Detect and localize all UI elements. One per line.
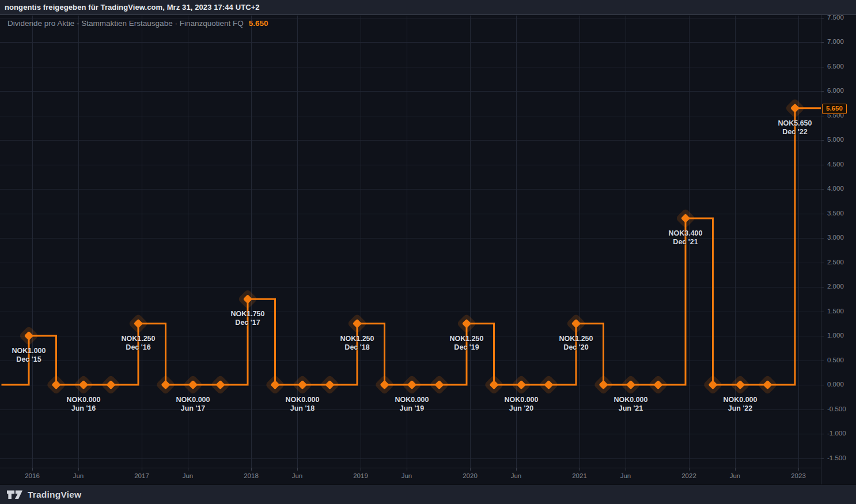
time-axis[interactable]: 2016Jun2017Jun2018Jun2019Jun2020Jun2021J…: [0, 468, 821, 484]
price-tick-label: -1.000: [827, 430, 846, 437]
price-tick-label: 0.500: [827, 357, 844, 363]
time-tick-label: Jun: [61, 472, 96, 479]
time-tick-label: 2021: [562, 472, 597, 479]
watermark-bar: nongentis freigegeben für TradingView.co…: [0, 0, 856, 15]
price-tick-label: 2.500: [827, 259, 844, 266]
footer-bar: TradingView: [0, 484, 856, 504]
time-tick-label: 2020: [453, 472, 487, 479]
price-tick-label: 3.000: [827, 234, 844, 241]
brand-name: TradingView: [28, 490, 81, 500]
price-tick-label: 5.000: [827, 136, 844, 143]
legend-title: Dividende pro Aktie - Stammaktien Erstau…: [7, 19, 244, 28]
time-tick-label: 2022: [672, 472, 706, 479]
time-tick-label: 2018: [234, 472, 268, 479]
watermark-text: nongentis freigegeben für TradingView.co…: [5, 3, 260, 12]
time-tick-label: Jun: [499, 472, 533, 479]
tradingview-icon: [7, 490, 23, 499]
price-tick-label: 6.000: [827, 87, 844, 94]
time-tick-label: 2019: [343, 472, 378, 479]
time-tick-label: Jun: [718, 472, 752, 479]
time-tick-label: 2017: [124, 472, 159, 479]
price-tick-label: 7.000: [827, 38, 844, 45]
dividend-step-line[interactable]: [2, 108, 821, 385]
tradingview-chart-window: nongentis freigegeben für TradingView.co…: [0, 0, 856, 504]
price-tick-label: 1.000: [827, 332, 844, 339]
last-price-label: 5.650: [822, 104, 847, 114]
time-tick-label: 2023: [781, 472, 816, 479]
price-tick-label: 0.000: [827, 381, 844, 388]
time-tick-label: Jun: [608, 472, 643, 479]
price-tick-label: 2.000: [827, 283, 844, 290]
chart-canvas[interactable]: [0, 0, 856, 504]
time-tick-label: Jun: [280, 472, 315, 479]
legend[interactable]: Dividende pro Aktie - Stammaktien Erstau…: [7, 19, 268, 28]
price-axis[interactable]: 7.5007.0006.5006.0005.5005.0004.5004.000…: [821, 15, 856, 468]
time-tick-label: Jun: [389, 472, 424, 479]
legend-value: 5.650: [249, 19, 268, 28]
tradingview-logo[interactable]: TradingView: [7, 490, 81, 500]
price-tick-label: 1.500: [827, 308, 844, 314]
time-tick-label: 2016: [15, 472, 50, 479]
price-tick-label: -1.500: [827, 454, 846, 461]
price-tick-label: 6.500: [827, 63, 844, 70]
price-tick-label: 3.500: [827, 210, 844, 217]
time-tick-label: Jun: [171, 472, 205, 479]
price-tick-label: -0.500: [827, 406, 846, 412]
price-tick-label: 4.000: [827, 185, 844, 192]
price-tick-label: 4.500: [827, 161, 844, 168]
